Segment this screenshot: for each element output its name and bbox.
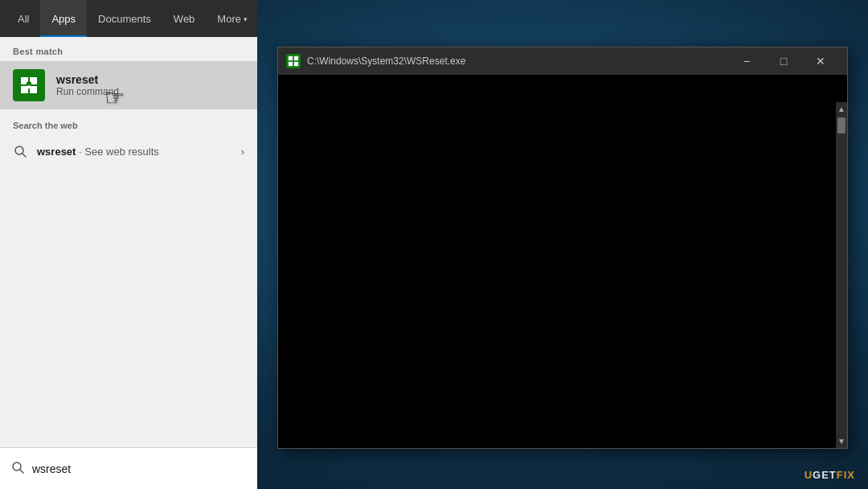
web-query: wsreset (37, 146, 76, 158)
tab-all[interactable]: All (6, 0, 40, 37)
search-bar (0, 447, 257, 489)
app-info: wsreset Run command (56, 73, 119, 97)
watermark-fix: FIX (837, 469, 855, 481)
cmd-window: C:\Windows\System32\WSReset.exe − □ ✕ ▲ … (277, 47, 848, 449)
tab-more[interactable]: More ▾ (206, 0, 259, 37)
minimize-button[interactable]: − (728, 47, 765, 75)
app-name: wsreset (56, 73, 119, 86)
tab-web[interactable]: Web (162, 0, 207, 37)
menu-content: Best match wsreset Run command (0, 37, 257, 447)
svg-rect-13 (289, 62, 293, 66)
app-desc: Run command (56, 86, 119, 97)
best-match-label: Best match (0, 37, 257, 61)
watermark-u: U (805, 469, 813, 481)
watermark: UGETFIX (805, 469, 855, 481)
scroll-up-arrow[interactable]: ▲ (836, 102, 847, 116)
web-result[interactable]: wsreset · See web results › (0, 137, 257, 166)
arrow-right-icon: › (241, 146, 244, 158)
scroll-track (836, 116, 847, 434)
search-icon (13, 144, 27, 158)
cmd-scrollbar[interactable]: ▲ ▼ (836, 102, 847, 448)
search-input[interactable] (32, 462, 246, 475)
svg-rect-12 (294, 56, 298, 60)
tab-documents[interactable]: Documents (87, 0, 162, 37)
tabs-row: All Apps Documents Web More ▾ (0, 0, 257, 37)
svg-rect-2 (21, 86, 28, 93)
svg-line-8 (23, 154, 26, 157)
svg-rect-14 (294, 62, 298, 66)
app-result-wsreset[interactable]: wsreset Run command (0, 61, 257, 109)
search-bar-icon (11, 461, 24, 476)
watermark-get: GET (813, 469, 837, 481)
web-result-text: wsreset · See web results (37, 146, 231, 158)
svg-line-10 (20, 470, 23, 473)
wsreset-icon (13, 69, 45, 101)
tab-apps[interactable]: Apps (40, 0, 87, 37)
scroll-thumb[interactable] (837, 117, 845, 134)
web-search-section: Search the web wsreset · See web results… (0, 109, 257, 174)
cmd-title-icon (286, 54, 301, 68)
chevron-down-icon: ▾ (244, 15, 248, 23)
svg-rect-3 (30, 86, 37, 93)
cmd-title-text: C:\Windows\System32\WSReset.exe (307, 55, 722, 67)
close-button[interactable]: ✕ (802, 47, 839, 75)
cmd-titlebar: C:\Windows\System32\WSReset.exe − □ ✕ (278, 47, 847, 75)
cmd-title-buttons: − □ ✕ (728, 47, 839, 75)
cmd-body (278, 75, 847, 448)
see-web-text: · See web results (79, 146, 159, 158)
svg-rect-11 (289, 56, 293, 60)
start-menu: All Apps Documents Web More ▾ Best match (0, 0, 257, 489)
maximize-button[interactable]: □ (765, 47, 802, 75)
web-search-label: Search the web (0, 117, 257, 137)
scroll-down-arrow[interactable]: ▼ (836, 434, 847, 448)
